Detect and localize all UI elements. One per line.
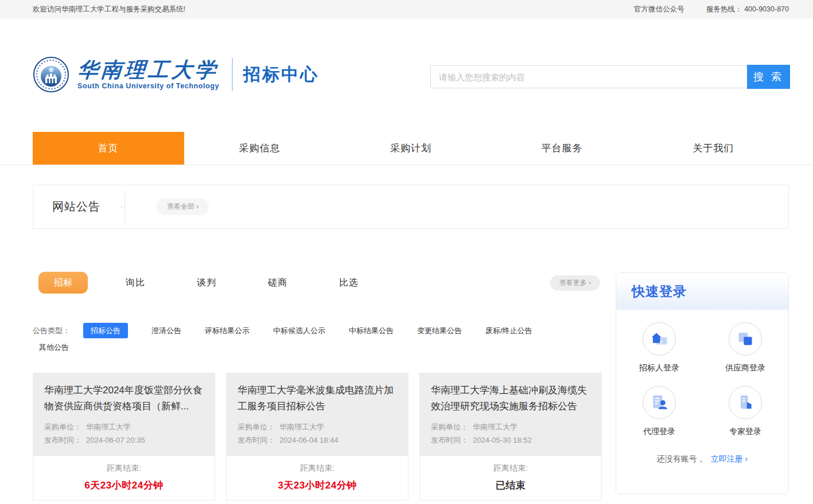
countdown-label: 距离结束: (227, 463, 408, 474)
expert-login-label: 专家登录 (702, 427, 788, 437)
publish-time-value: 2024-06-04 18:44 (279, 433, 339, 447)
tab-comparison[interactable]: 比选 (339, 277, 359, 289)
main-nav: 首页 采购信息 采购计划 平台服务 关于我们 (33, 132, 789, 165)
countdown-label: 距离结束: (420, 463, 601, 474)
view-more-button[interactable]: 查看更多 › (550, 275, 600, 291)
announcement-card-3[interactable]: 华南理工大学海上基础冲刷及海缆失效治理研究现场实施服务招标公告 采购单位： 华南… (419, 373, 602, 501)
brand-divider (232, 58, 233, 91)
filter-evaluation-result[interactable]: 评标结果公示 (205, 326, 250, 336)
top-utility-bar: 欢迎访问华南理工大学工程与服务采购交易系统! 官方微信公众号 服务热线： 400… (0, 0, 813, 18)
university-name-cn: 华南理工大学 (77, 59, 220, 81)
countdown-label: 距离结束: (33, 463, 215, 474)
nav-item-about-us[interactable]: 关于我们 (637, 132, 789, 165)
register-link[interactable]: 立即注册 › (711, 454, 748, 463)
filter-other[interactable]: 其他公告 (39, 342, 69, 353)
expert-login-icon (729, 386, 762, 419)
view-all-button[interactable]: 查看全部 › (157, 198, 209, 215)
tab-negotiation[interactable]: 谈判 (197, 277, 216, 289)
supplier-login-icon (729, 322, 762, 355)
notice-divider: ‹ (125, 191, 125, 223)
card-title: 华南理工大学海上基础冲刷及海缆失效治理研究现场实施服务招标公告 (431, 382, 590, 415)
tab-bidding-active[interactable]: 招标 (38, 272, 88, 294)
site-title: 招标中心 (243, 63, 319, 87)
quick-login-panel: 快速登录 招标人登录 供应商登录 (616, 272, 789, 494)
tab-consultation[interactable]: 磋商 (268, 277, 287, 289)
filter-candidate-publicity[interactable]: 中标候选人公示 (273, 326, 325, 336)
publish-time-label: 发布时间： (44, 433, 81, 447)
notice-section-title: 网站公告 (52, 199, 100, 214)
bidder-login-button[interactable]: 招标人登录 (616, 322, 702, 373)
countdown-value: 3天23小时24分钟 (227, 479, 408, 492)
logo[interactable]: ❋ 华南理工大学 South China University of Techn… (33, 56, 319, 93)
hotline-label: 服务热线： (706, 5, 742, 14)
publish-time-value: 2024-06-07 20:35 (86, 433, 145, 447)
bidder-login-label: 招标人登录 (616, 363, 702, 373)
publish-time-value: 2024-05-30 18:52 (473, 433, 532, 447)
hotline-number: 400-9030-870 (744, 5, 789, 13)
announcement-cards: 华南理工大学2024年度饭堂部分伙食物资供应商供货资格项目（新鲜... 采购单位… (33, 373, 602, 501)
quick-login-header: 快速登录 (616, 273, 788, 310)
wechat-link[interactable]: 官方微信公众号 (634, 5, 684, 14)
nav-item-home[interactable]: 首页 (33, 132, 184, 165)
supplier-login-label: 供应商登录 (702, 363, 788, 373)
supplier-login-button[interactable]: 供应商登录 (702, 322, 788, 373)
register-row: 还没有账号， 立即注册 › (616, 454, 788, 464)
filter-change-result[interactable]: 变更结果公告 (417, 326, 462, 336)
announcement-type-filter-row2: 其他公告 (39, 342, 606, 353)
nav-item-procurement-plan[interactable]: 采购计划 (335, 132, 487, 165)
nav-item-platform-services[interactable]: 平台服务 (487, 132, 638, 165)
university-name-en: South China University of Technology (77, 82, 219, 90)
buyer-label: 采购单位： (44, 420, 81, 433)
search-button[interactable]: 搜 索 (747, 65, 790, 89)
card-title: 华南理工大学毫米波集成电路流片加工服务项目招标公告 (238, 382, 397, 415)
filter-clarification[interactable]: 澄清公告 (151, 326, 181, 336)
nav-divider (0, 165, 813, 165)
no-account-text: 还没有账号， (657, 454, 705, 463)
buyer-label: 采购单位： (238, 420, 275, 433)
filter-bid-announcement-active[interactable]: 招标公告 (83, 323, 128, 338)
quick-login-title: 快速登录 (632, 283, 687, 300)
buyer-value: 华南理工大学 (86, 420, 131, 433)
publish-time-label: 发布时间： (431, 433, 468, 447)
website-notice-section: 网站公告 ‹ 查看全部 › (33, 185, 789, 229)
site-header: ❋ 华南理工大学 South China University of Techn… (0, 18, 813, 132)
expert-login-button[interactable]: 专家登录 (702, 386, 788, 437)
svg-text:❋: ❋ (48, 66, 54, 74)
announcement-tabs: 招标 询比 谈判 磋商 比选 查看更多 › (33, 272, 600, 294)
publish-time-label: 发布时间： (238, 433, 275, 447)
search-bar: 搜 索 (430, 65, 790, 89)
announcement-card-2[interactable]: 华南理工大学毫米波集成电路流片加工服务项目招标公告 采购单位： 华南理工大学 发… (226, 373, 409, 501)
agent-login-icon (643, 386, 676, 419)
card-title: 华南理工大学2024年度饭堂部分伙食物资供应商供货资格项目（新鲜... (44, 382, 204, 415)
welcome-text: 欢迎访问华南理工大学工程与服务采购交易系统! (33, 5, 185, 14)
bidder-login-icon (643, 322, 676, 355)
buyer-value: 华南理工大学 (279, 420, 324, 433)
search-input[interactable] (430, 65, 747, 88)
filter-label: 公告类型： (33, 326, 70, 336)
buyer-label: 采购单位： (431, 420, 468, 433)
filter-award-result[interactable]: 中标结果公告 (349, 326, 394, 336)
buyer-value: 华南理工大学 (473, 420, 518, 433)
countdown-value-ended: 已结束 (420, 479, 601, 492)
announcement-card-1[interactable]: 华南理工大学2024年度饭堂部分伙食物资供应商供货资格项目（新鲜... 采购单位… (33, 373, 215, 501)
announcement-type-filter: 公告类型： 招标公告 澄清公告 评标结果公示 中标候选人公示 中标结果公告 变更… (33, 323, 600, 338)
nav-item-procurement-info[interactable]: 采购信息 (184, 132, 336, 165)
service-hotline: 服务热线： 400-9030-870 (706, 5, 789, 14)
agent-login-label: 代理登录 (616, 427, 702, 437)
countdown-value: 6天23小时24分钟 (33, 479, 215, 492)
filter-void-termination[interactable]: 废标/终止公告 (485, 326, 532, 336)
tab-inquiry[interactable]: 询比 (126, 277, 145, 289)
agent-login-button[interactable]: 代理登录 (616, 386, 702, 437)
university-seal-icon: ❋ (33, 56, 69, 93)
